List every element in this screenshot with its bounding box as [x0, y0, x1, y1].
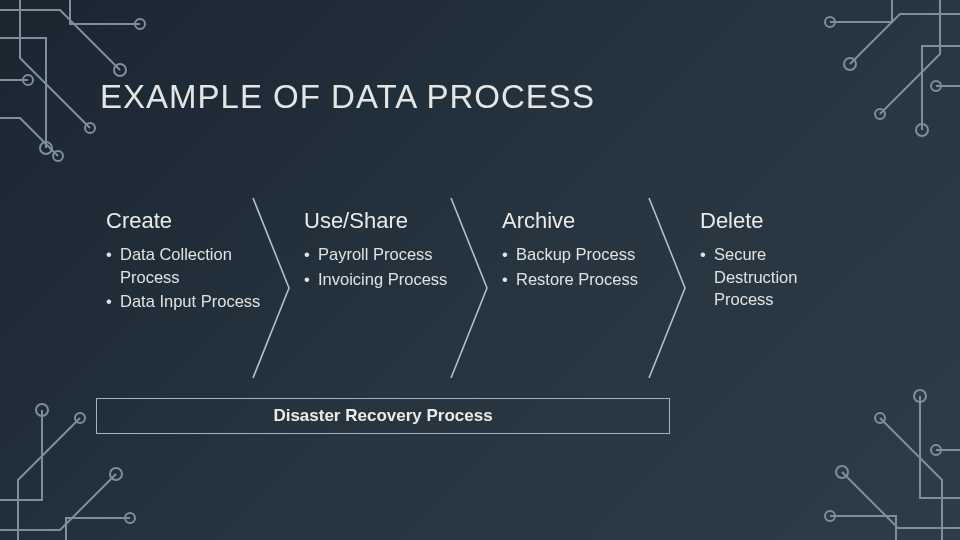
stage-create: Create Data Collection Process Data Inpu…: [92, 198, 290, 378]
stage-items: Data Collection Process Data Input Proce…: [106, 243, 262, 312]
stage-heading: Delete: [700, 208, 852, 233]
stage-heading: Create: [106, 208, 262, 233]
svg-point-13: [75, 413, 85, 423]
list-item: Backup Process: [502, 243, 658, 265]
svg-point-9: [825, 17, 835, 27]
svg-point-11: [110, 468, 122, 480]
chevron-icon: [449, 198, 489, 378]
svg-point-3: [135, 19, 145, 29]
stage-delete: Delete Secure Destruction Process: [686, 198, 866, 378]
stage-items: Backup Process Restore Process: [502, 243, 658, 290]
chevron-icon: [647, 198, 687, 378]
svg-point-6: [844, 58, 856, 70]
list-item: Secure Destruction Process: [700, 243, 852, 310]
disaster-recovery-box: Disaster Recovery Process: [96, 398, 670, 434]
slide-title: EXAMPLE OF DATA PROCESS: [100, 78, 595, 116]
svg-point-7: [916, 124, 928, 136]
svg-point-1: [40, 142, 52, 154]
circuit-decoration-top-right: [760, 0, 960, 200]
list-item: Restore Process: [502, 268, 658, 290]
stage-archive: Archive Backup Process Restore Process: [488, 198, 686, 378]
svg-point-10: [931, 81, 941, 91]
svg-point-17: [875, 413, 885, 423]
stage-heading: Archive: [502, 208, 658, 233]
svg-point-8: [875, 109, 885, 119]
svg-point-0: [114, 64, 126, 76]
svg-point-14: [125, 513, 135, 523]
svg-point-15: [836, 466, 848, 478]
chevron-icon: [251, 198, 291, 378]
disaster-recovery-label: Disaster Recovery Process: [273, 406, 492, 426]
stage-use-share: Use/Share Payroll Process Invoicing Proc…: [290, 198, 488, 378]
svg-point-4: [23, 75, 33, 85]
list-item: Data Collection Process: [106, 243, 262, 288]
svg-point-18: [825, 511, 835, 521]
svg-point-5: [53, 151, 63, 161]
svg-point-12: [36, 404, 48, 416]
list-item: Data Input Process: [106, 290, 262, 312]
list-item: Payroll Process: [304, 243, 460, 265]
svg-point-19: [931, 445, 941, 455]
stage-heading: Use/Share: [304, 208, 460, 233]
svg-point-16: [914, 390, 926, 402]
svg-point-2: [85, 123, 95, 133]
stage-items: Secure Destruction Process: [700, 243, 852, 310]
list-item: Invoicing Process: [304, 268, 460, 290]
process-flow: Create Data Collection Process Data Inpu…: [92, 198, 866, 378]
stage-items: Payroll Process Invoicing Process: [304, 243, 460, 290]
